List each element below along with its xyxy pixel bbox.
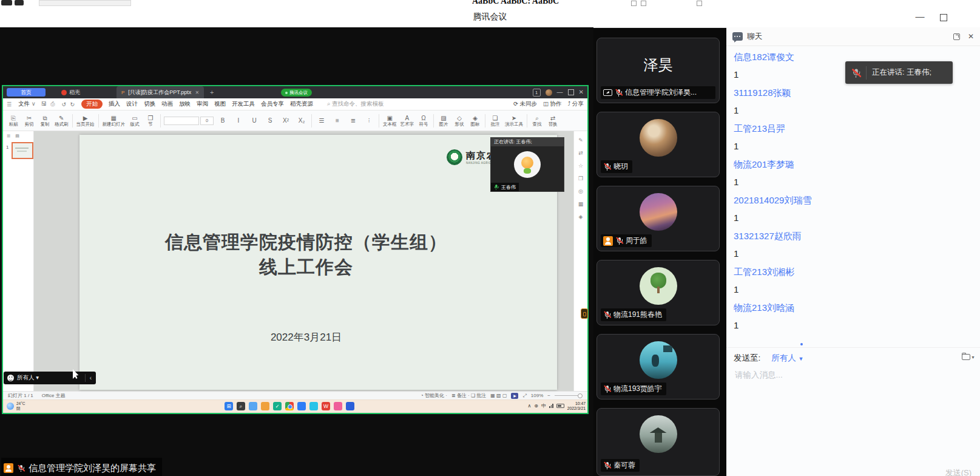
toolbar-节[interactable]: ❐节 bbox=[143, 115, 158, 127]
taskbar-icon-start[interactable]: ⊞ bbox=[225, 402, 233, 410]
toolbar-粘贴[interactable]: ⎘粘贴 bbox=[5, 115, 21, 127]
toolbar-新建幻灯片[interactable]: ▦新建幻灯片 bbox=[101, 115, 127, 127]
tray-globe-icon[interactable]: ⊕ bbox=[534, 403, 538, 409]
shape-icon[interactable]: ◈ bbox=[579, 214, 583, 220]
toolbar-当页开始[interactable]: ▶当页开始 bbox=[75, 115, 96, 127]
wps-close-icon[interactable]: ✕ bbox=[579, 89, 584, 95]
taskbar-icon-check-green[interactable]: ✓ bbox=[273, 402, 282, 410]
toolbar-批注[interactable]: ❏批注 bbox=[487, 115, 503, 127]
wps-tab-home[interactable]: 首页 bbox=[7, 88, 46, 97]
toolbar-文本框[interactable]: ▣文本框 bbox=[381, 115, 399, 127]
save-print-icons[interactable]: 🖫 ⎙ bbox=[41, 101, 56, 107]
taskbar-icon-folder[interactable] bbox=[261, 402, 269, 410]
hamburger-icon[interactable]: ☰ bbox=[7, 101, 13, 107]
participant-tile[interactable]: 物流193贾皓宇 bbox=[596, 334, 720, 399]
view-mode-icons[interactable]: ▦ ▧ ▢ bbox=[490, 393, 507, 398]
taskbar-icon-tim[interactable] bbox=[309, 402, 318, 410]
toolbar-U[interactable]: U bbox=[246, 117, 262, 124]
toolbar-艺术字[interactable]: A艺术字 bbox=[399, 115, 416, 127]
wps-tab-docer[interactable]: 稻壳 bbox=[61, 89, 80, 97]
ribbon-tab[interactable]: 放映 bbox=[179, 100, 191, 108]
toolbar-替换[interactable]: ⇄替换 bbox=[545, 115, 561, 127]
tray-expand-icon[interactable]: ∧ bbox=[527, 403, 531, 409]
toolbar-icon[interactable]: ☰ bbox=[314, 117, 329, 124]
toolbar-X²[interactable]: X² bbox=[278, 117, 294, 124]
grid-icon[interactable]: ▦ bbox=[578, 201, 584, 207]
chat-message-list[interactable]: 信息182谭俊文131119128张颖1工管213吕羿1物流201李梦璐1202… bbox=[734, 50, 974, 337]
toolbar-复制[interactable]: ⧉复制 bbox=[37, 115, 53, 127]
taskbar-icon-explorer[interactable] bbox=[249, 402, 257, 410]
minimize-button[interactable]: — bbox=[914, 11, 926, 23]
wps-tab-document[interactable]: P [只读]防疫工作会PPT.pptx ✕ bbox=[117, 86, 204, 98]
speaker-float-window[interactable]: 正在讲话: 王春伟; 王春伟 bbox=[490, 137, 564, 192]
taskbar-icon-search[interactable]: ⌕ bbox=[237, 402, 245, 410]
toolbar-icon[interactable]: ≣ bbox=[345, 117, 361, 124]
send-file-icon[interactable] bbox=[962, 354, 970, 360]
collapse-chevron-icon[interactable]: ‹ bbox=[86, 375, 96, 381]
chat-close-icon[interactable]: ✕ bbox=[968, 33, 974, 40]
ribbon-tab[interactable]: 稻壳资源 bbox=[290, 100, 313, 108]
send-file-caret-icon[interactable]: ▼ bbox=[971, 355, 975, 359]
wps-minimize-icon[interactable]: — bbox=[557, 89, 563, 95]
ribbon-tab[interactable]: 插入 bbox=[109, 100, 120, 108]
zoom-slider[interactable] bbox=[555, 395, 583, 396]
toolbar-icon[interactable]: ⫶ bbox=[361, 117, 377, 124]
participant-tile[interactable]: 晓玥 bbox=[596, 112, 720, 177]
panel-icon[interactable]: ❐ bbox=[578, 175, 583, 182]
send-button[interactable]: 发送(S) bbox=[945, 467, 972, 476]
taskbar-icon-chrome[interactable] bbox=[285, 402, 294, 410]
fit-icon[interactable]: ⤢ bbox=[522, 393, 526, 399]
font-name-box[interactable] bbox=[164, 117, 199, 125]
ribbon-tab[interactable]: 设计 bbox=[126, 100, 138, 108]
outline-slides-tabs-icon[interactable]: ☰ ▤ bbox=[7, 134, 21, 138]
popout-icon[interactable] bbox=[953, 33, 960, 40]
toolbar-形状[interactable]: ◇形状 bbox=[451, 115, 467, 127]
toolbar-S[interactable]: S bbox=[262, 117, 278, 124]
zoom-out-button[interactable]: − bbox=[547, 393, 550, 398]
toolbar-icon[interactable]: ≡ bbox=[329, 117, 345, 124]
account-action[interactable]: ⟳ 未同步 bbox=[513, 100, 537, 108]
toolbar-图片[interactable]: ▨图片 bbox=[436, 115, 451, 127]
toolbar-格式刷[interactable]: ✎格式刷 bbox=[53, 115, 70, 127]
toolbar-B[interactable]: B bbox=[215, 117, 231, 124]
wifi-icon[interactable] bbox=[549, 404, 553, 408]
ribbon-tab[interactable]: 动画 bbox=[161, 100, 173, 108]
account-action[interactable]: ⤴ 分享 bbox=[568, 100, 584, 108]
toolbar-演示工具[interactable]: ➤演示工具 bbox=[503, 115, 525, 127]
taskbar-icon-pink-app[interactable] bbox=[334, 402, 342, 410]
notes-button[interactable]: ≣ 备注 · ❏ 批注 bbox=[451, 392, 486, 399]
taskbar-icon-qq[interactable] bbox=[297, 402, 306, 410]
ribbon-tab[interactable]: 会员专享 bbox=[261, 100, 284, 108]
undo-redo-icons[interactable]: ↺ ↻ bbox=[61, 101, 76, 107]
participant-tile[interactable]: 秦可蓉 bbox=[596, 408, 720, 476]
tab-count-badge[interactable]: 1 bbox=[533, 89, 541, 97]
edit-icon[interactable]: ✎ bbox=[578, 137, 583, 143]
font-size-box[interactable]: 0 bbox=[200, 117, 214, 125]
meeting-status-pill[interactable]: 腾讯会议 bbox=[281, 89, 312, 97]
menu-file[interactable]: 文件 ∨ bbox=[18, 100, 36, 108]
tab-close-icon[interactable]: ✕ bbox=[195, 90, 199, 95]
account-action[interactable]: ◫ 协作 bbox=[543, 100, 562, 108]
participant-tile[interactable]: 泽昊信息管理学院刘泽昊... bbox=[596, 38, 720, 103]
toolbar-I[interactable]: I bbox=[231, 117, 246, 124]
chat-input[interactable] bbox=[734, 370, 973, 380]
toolbar-版式[interactable]: ▭版式 bbox=[127, 115, 143, 127]
toolbar-X₂[interactable]: X₂ bbox=[294, 117, 309, 124]
taskbar-clock[interactable]: 10:47 2022/3/21 bbox=[567, 401, 586, 410]
wps-assistant-badge-icon[interactable] bbox=[581, 308, 588, 319]
ribbon-tab[interactable]: 开发工具 bbox=[232, 100, 255, 108]
ribbon-tab[interactable]: 视图 bbox=[214, 100, 226, 108]
toolbar-符号[interactable]: Ω符号 bbox=[416, 115, 431, 127]
wps-restore-icon[interactable] bbox=[568, 89, 574, 95]
swap-icon[interactable]: ⇄ bbox=[578, 150, 583, 156]
annotation-audience-pill[interactable]: 所有人 ▾ ‹ bbox=[4, 372, 96, 384]
maximize-button[interactable] bbox=[940, 14, 947, 21]
wps-search[interactable]: ⌕ 查找命令、搜索模板 bbox=[327, 100, 384, 108]
new-tab-button[interactable]: + bbox=[210, 89, 214, 96]
taskbar-weather[interactable]: 24°C阴 bbox=[7, 401, 25, 410]
participant-tile[interactable]: 物流191熊春艳 bbox=[596, 260, 720, 325]
toolbar-剪切[interactable]: ✂剪切 bbox=[21, 115, 37, 127]
participant-tile[interactable]: 周于皓 bbox=[596, 186, 720, 251]
help-icon[interactable]: ◎ bbox=[578, 188, 583, 194]
ribbon-tab[interactable]: 开始 bbox=[81, 100, 103, 109]
